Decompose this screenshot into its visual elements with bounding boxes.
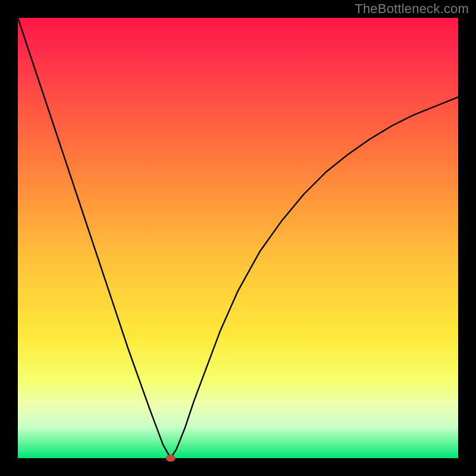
- minimum-marker: [166, 455, 176, 462]
- chart-frame: TheBottleneck.com: [0, 0, 476, 476]
- bottleneck-chart: [0, 0, 476, 476]
- plot-background: [18, 18, 458, 458]
- watermark-text: TheBottleneck.com: [355, 1, 469, 17]
